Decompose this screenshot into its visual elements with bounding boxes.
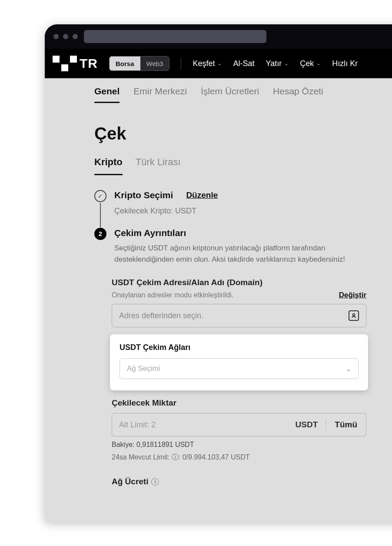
- approved-addresses-note: Onaylanan adresler modu etkinleştirildi.: [112, 291, 233, 299]
- address-book-icon[interactable]: [349, 310, 359, 321]
- networks-label: USDT Çekim Ağları: [120, 343, 359, 352]
- networks-card: USDT Çekim Ağları Ağ Seçimi ⌄: [110, 334, 368, 390]
- amount-label: Çekilecek Miktar: [112, 398, 392, 408]
- nav-alsat[interactable]: Al-Sat: [233, 59, 254, 68]
- page-content: Genel Emir Merkezi İşlem Ücretleri Hesap…: [45, 78, 392, 522]
- chevron-down-icon: ⌄: [217, 60, 222, 67]
- chevron-down-icon: ⌄: [284, 60, 289, 67]
- tab-emir-merkezi[interactable]: Emir Merkezi: [133, 86, 187, 103]
- currency-tabs: Kripto Türk Lirası: [45, 143, 392, 175]
- selected-crypto-note: Çekilecek Kripto: USDT: [114, 206, 218, 216]
- logo-suffix: TR: [80, 56, 98, 71]
- chevron-down-icon: ⌄: [345, 365, 351, 373]
- logo[interactable]: TR: [53, 56, 98, 71]
- logo-icon: [53, 56, 77, 71]
- tab-islem-ucretleri[interactable]: İşlem Ücretleri: [201, 86, 259, 103]
- network-placeholder: Ağ Seçimi: [127, 364, 160, 373]
- nav-kesfet[interactable]: Keşfet⌄: [193, 59, 222, 68]
- step-2: 2 Çekim Ayrıntıları Seçtiğiniz USDT ağın…: [94, 228, 392, 265]
- window-dot[interactable]: [73, 34, 78, 39]
- network-select[interactable]: Ağ Seçimi ⌄: [120, 358, 359, 379]
- tab-turk-lirasi[interactable]: Türk Lirası: [136, 156, 181, 175]
- nav-cek[interactable]: Çek⌄: [300, 59, 321, 68]
- amount-section: Çekilecek Miktar Alt Limit: 2 USDT Tümü …: [45, 390, 392, 462]
- change-address-mode-link[interactable]: Değiştir: [339, 291, 366, 300]
- limit-line: 24sa Mevcut Limit: ⓘ: 0/9.994.103,47 USD…: [112, 453, 392, 462]
- top-nav: TR Borsa Web3 Keşfet⌄ Al-Sat Yatır⌄ Çek⌄…: [45, 49, 392, 78]
- tab-genel[interactable]: Genel: [94, 86, 120, 103]
- nav-divider: [181, 57, 181, 70]
- tab-hesap-ozeti[interactable]: Hesap Özeti: [273, 86, 323, 103]
- network-fee-label: Ağ Ücreti i: [45, 462, 392, 486]
- chevron-down-icon: ⌄: [316, 60, 321, 67]
- step-1: ✓ Kripto Seçimi Düzenle Çekilecek Kripto…: [94, 190, 392, 216]
- mode-toggle: Borsa Web3: [109, 56, 169, 71]
- edit-crypto-link[interactable]: Düzenle: [186, 190, 218, 200]
- sub-tabs: Genel Emir Merkezi İşlem Ücretleri Hesap…: [45, 86, 392, 103]
- url-bar[interactable]: [84, 30, 266, 43]
- amount-all-button[interactable]: Tümü: [326, 420, 366, 429]
- nav-hizli[interactable]: Hızlı Kr: [332, 59, 358, 68]
- page-title: Çek: [45, 103, 392, 143]
- nav-yatir[interactable]: Yatır⌄: [266, 59, 289, 68]
- withdraw-stepper: ✓ Kripto Seçimi Düzenle Çekilecek Kripto…: [45, 175, 392, 265]
- toggle-web3[interactable]: Web3: [140, 57, 169, 70]
- browser-window: TR Borsa Web3 Keşfet⌄ Al-Sat Yatır⌄ Çek⌄…: [45, 24, 392, 522]
- info-icon[interactable]: i: [151, 478, 159, 486]
- address-input[interactable]: Adres defterinden seçin.: [112, 304, 366, 327]
- browser-titlebar: [45, 24, 392, 49]
- step-connector: [100, 203, 101, 227]
- window-dot[interactable]: [53, 34, 59, 39]
- step2-title: Çekim Ayrıntıları: [114, 228, 358, 238]
- amount-placeholder: Alt Limit: 2: [119, 420, 288, 429]
- tab-kripto[interactable]: Kripto: [94, 156, 123, 175]
- address-placeholder: Adres defterinden seçin.: [119, 311, 203, 320]
- step2-description: Seçtiğiniz USDT ağının kriptonun yatırıl…: [114, 243, 358, 265]
- amount-unit: USDT: [288, 420, 326, 429]
- address-label: USDT Çekim Adresi/Alan Adı (Domain): [112, 278, 392, 287]
- step1-title: Kripto Seçimi: [114, 190, 173, 200]
- amount-input[interactable]: Alt Limit: 2 USDT Tümü: [112, 413, 366, 436]
- svg-point-0: [353, 314, 355, 316]
- step2-number-icon: 2: [94, 228, 106, 240]
- toggle-borsa[interactable]: Borsa: [110, 57, 140, 70]
- address-section: USDT Çekim Adresi/Alan Adı (Domain) Onay…: [45, 265, 392, 327]
- window-dot[interactable]: [63, 34, 68, 39]
- balance-line: Bakiye: 0,91811891 USDT: [112, 441, 392, 449]
- window-controls: [53, 34, 78, 39]
- check-icon: ✓: [94, 190, 106, 202]
